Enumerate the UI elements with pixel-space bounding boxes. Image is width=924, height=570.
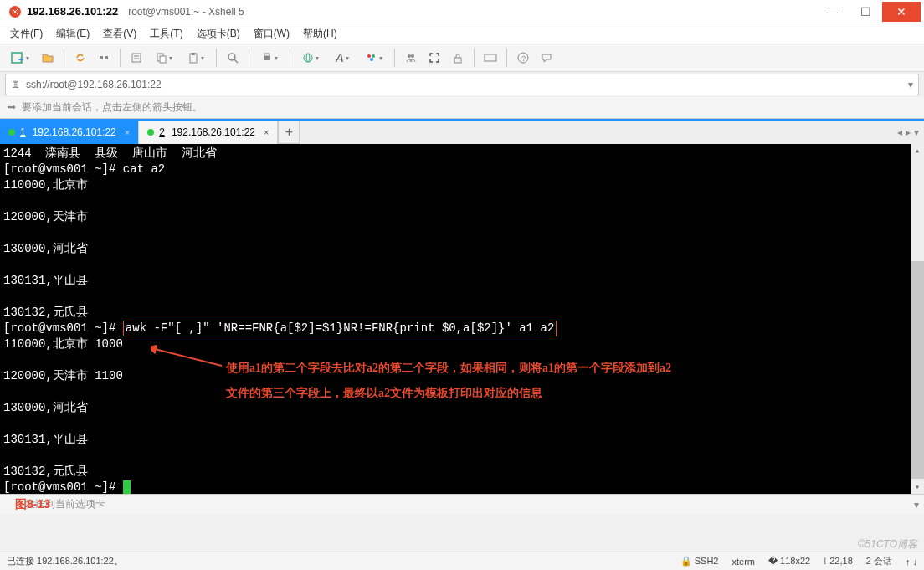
menu-window[interactable]: 窗口(W) [250,25,293,43]
hint-text: 要添加当前会话，点击左侧的箭头按钮。 [22,100,203,115]
tab-label: 192.168.26.101:22 [172,126,255,138]
status-size: � ⁠118x22 [768,556,810,567]
highlighted-command: awk -F"[ ,]" 'NR==FNR{a[$2]=$1}NR!=FNR{p… [123,321,557,336]
status-bar: 已连接 192.168.26.101:22。 🔒 SSH2 xterm � ⁠1… [0,552,924,570]
terminal[interactable]: 1244 滦南县 县级 唐山市 河北省 [root@vms001 ~]# cat… [0,144,924,494]
menu-file[interactable]: 文件(F) [7,25,46,43]
tab-menu-icon[interactable]: ▾ [914,126,919,138]
svg-point-19 [372,54,375,58]
maximize-button[interactable]: ☐ [849,2,882,22]
chat-button[interactable] [536,47,557,69]
users-button[interactable] [400,47,422,69]
svg-rect-24 [485,54,496,61]
menu-tabs[interactable]: 选项卡(B) [193,25,244,43]
svg-rect-5 [132,54,141,62]
terminal-line: 130000,河北省 [3,401,88,414]
svg-rect-15 [264,54,270,56]
lock-icon: 🗏 [11,79,21,90]
help-button[interactable]: ? [512,47,534,69]
terminal-line: 120000,天津市 1100 [3,369,123,383]
terminal-line: 130000,河北省 [3,242,88,255]
session-tabs: 1 192.168.26.101:22 × 2 192.168.26.101:2… [0,121,924,144]
status-ssh: 🔒 SSH2 [680,556,719,567]
annotation-arrow-icon [151,345,226,370]
status-pos: ⁞ 22,18 [824,556,853,567]
tab-number: 2 [159,126,165,138]
menu-edit[interactable]: 编辑(E) [53,25,93,43]
tab-add-button[interactable]: + [278,121,300,144]
keyboard-button[interactable] [480,47,501,69]
print-button[interactable] [254,47,285,69]
compose-bar[interactable]: 图8-13 发送到当前选项卡 ▾ [0,494,924,514]
tab-close-icon[interactable]: × [125,127,130,137]
title-ip: 192.168.26.101:22 [27,5,118,18]
properties-button[interactable] [126,47,147,69]
status-dot-icon [8,129,15,136]
paste-button[interactable] [181,47,211,69]
tab-scroll-left-icon[interactable]: ◂ [897,126,902,138]
svg-text:?: ? [521,54,526,63]
watermark: ©51CTO博客 [858,537,917,552]
status-net: ↑ ↓ [906,557,917,567]
svg-rect-11 [192,53,195,55]
terminal-line: 130131,平山县 [3,274,88,287]
minimize-button[interactable]: — [815,2,849,22]
status-term: xterm [732,557,756,567]
reconnect-button[interactable] [69,47,91,69]
disconnect-button[interactable] [93,47,115,69]
title-bar: 192.168.26.101:22 root@vms001:~ - Xshell… [0,0,924,23]
cursor-icon [123,480,131,494]
hint-arrow-icon[interactable]: ⮕ [7,102,17,114]
terminal-line: 130132,元氏县 [3,306,88,319]
terminal-line: 110000,北京市 [3,178,88,192]
color-button[interactable] [359,47,389,69]
terminal-line: [root@vms001 ~]# cat a2 [3,162,165,176]
svg-point-20 [370,58,373,61]
tab-2[interactable]: 2 192.168.26.101:22 × [139,121,278,144]
annotation-text-1: 使用a1的第二个字段去比对a2的第二个字段，如果相同，则将a1的第一个字段添加到… [226,360,829,376]
annotation-text-2: 文件的第三个字段上，最终以a2文件为模板打印出对应的信息 [226,385,829,401]
lock-button[interactable] [447,47,469,69]
scroll-thumb[interactable] [911,261,924,479]
hint-bar: ⮕ 要添加当前会话，点击左侧的箭头按钮。 [0,97,924,119]
font-button[interactable]: A [327,47,357,69]
new-session-button[interactable]: + [5,47,35,69]
copy-button[interactable] [149,47,179,69]
globe-button[interactable] [295,47,326,69]
tab-scroll-right-icon[interactable]: ▸ [906,126,911,138]
terminal-line: 130132,元氏县 [3,465,88,478]
menu-bar: 文件(F) 编辑(E) 查看(V) 工具(T) 选项卡(B) 窗口(W) 帮助(… [0,23,924,44]
svg-rect-3 [100,56,103,59]
svg-point-17 [306,54,310,62]
menu-tools[interactable]: 工具(T) [146,25,186,43]
compose-dropdown-icon[interactable]: ▾ [914,499,919,511]
open-button[interactable] [37,47,59,69]
fullscreen-button[interactable] [424,47,445,69]
terminal-scrollbar[interactable]: ▴ ▾ [911,144,924,494]
svg-rect-9 [160,56,166,63]
close-button[interactable]: ✕ [882,2,921,22]
address-dropdown-icon[interactable]: ▾ [908,79,913,90]
svg-point-22 [411,54,414,58]
svg-line-13 [234,59,238,63]
svg-line-28 [155,349,222,366]
toolbar: + A ? [0,44,924,72]
svg-text:+: + [18,55,23,64]
tab-1[interactable]: 1 192.168.26.101:22 × [0,121,139,144]
title-rest: root@vms001:~ - Xshell 5 [128,6,244,18]
terminal-line: 1244 滦南县 县级 唐山市 河北省 [3,146,217,160]
scroll-down-icon[interactable]: ▾ [911,480,924,494]
svg-point-12 [228,54,235,60]
status-sessions: 2 会话 [866,555,892,567]
tab-number: 1 [20,126,26,138]
scroll-up-icon[interactable]: ▴ [911,144,924,157]
status-dot-icon [147,129,154,136]
terminal-line: 130131,平山县 [3,433,88,446]
find-button[interactable] [222,47,244,69]
tab-close-icon[interactable]: × [264,127,269,137]
svg-rect-14 [264,56,270,60]
menu-help[interactable]: 帮助(H) [300,25,341,43]
app-icon [8,5,22,18]
menu-view[interactable]: 查看(V) [100,25,140,43]
address-bar[interactable]: 🗏 ssh://root@192.168.26.101:22 ▾ [5,74,919,95]
